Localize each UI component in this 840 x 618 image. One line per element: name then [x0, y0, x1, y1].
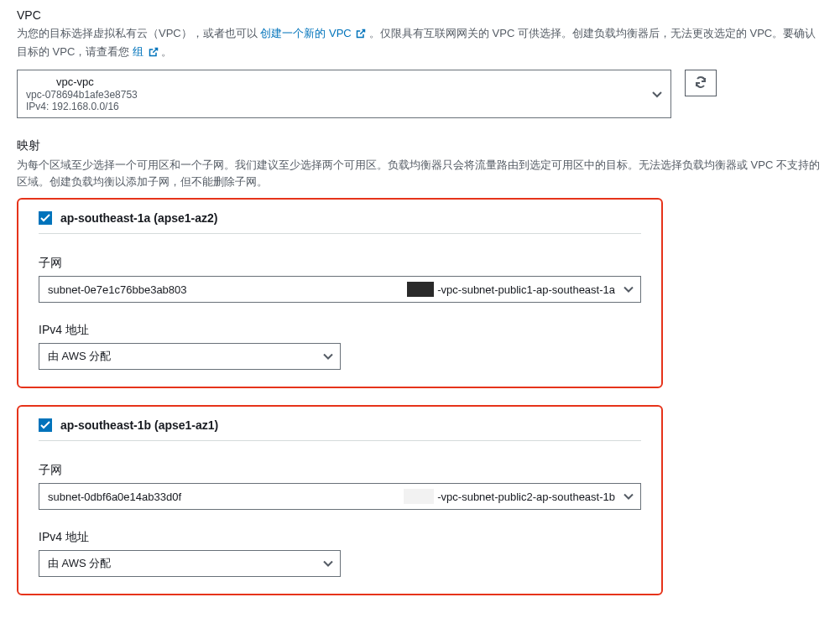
az1-subnet-select[interactable]: subnet-0e7e1c76bbe3ab803 -vpc-subnet-pub…	[39, 276, 641, 303]
az1-subnet-label: 子网	[39, 256, 641, 271]
vpc-description: 为您的目标选择虚拟私有云（VPC），或者也可以 创建一个新的 VPC 。仅限具有…	[17, 25, 823, 61]
az2-subnet-id: subnet-0dbf6a0e14ab33d0f	[48, 491, 181, 503]
redacted-block	[407, 282, 434, 297]
az2-ipv4-value: 由 AWS 分配	[48, 556, 111, 571]
refresh-button[interactable]	[685, 70, 717, 96]
mapping-section-header: 映射	[17, 138, 823, 153]
chevron-down-icon	[323, 351, 333, 363]
create-new-vpc-link[interactable]: 创建一个新的 VPC	[260, 27, 369, 39]
vpc-section-header: VPC	[17, 8, 823, 22]
vpc-selected-name: vpc-vpc	[26, 75, 644, 88]
az2-subnet-name: -vpc-subnet-public2-ap-southeast-1b	[437, 491, 615, 503]
az1-name: ap-southeast-1a (apse1-az2)	[60, 211, 218, 225]
chevron-down-icon	[623, 283, 634, 296]
az-box-2: ap-southeast-1b (apse1-az1) 子网 subnet-0d…	[17, 405, 663, 595]
vpc-selected-cidr: IPv4: 192.168.0.0/16	[26, 101, 644, 112]
az1-ipv4-label: IPv4 地址	[39, 323, 641, 338]
chevron-down-icon	[323, 558, 333, 570]
vpc-desc-text-3: 。	[161, 45, 172, 58]
vpc-desc-text-1: 为您的目标选择虚拟私有云（VPC），或者也可以	[17, 27, 258, 39]
az2-name: ap-southeast-1b (apse1-az1)	[60, 418, 218, 432]
chevron-down-icon	[623, 491, 634, 503]
chevron-down-icon	[652, 87, 662, 101]
mapping-description: 为每个区域至少选择一个可用区和一个子网。我们建议至少选择两个可用区。负载均衡器只…	[17, 157, 823, 190]
az2-subnet-select[interactable]: subnet-0dbf6a0e14ab33d0f -vpc-subnet-pub…	[39, 483, 641, 510]
az2-ipv4-select[interactable]: 由 AWS 分配	[39, 550, 341, 577]
az1-ipv4-select[interactable]: 由 AWS 分配	[39, 343, 341, 370]
az-box-1: ap-southeast-1a (apse1-az2) 子网 subnet-0e…	[17, 198, 663, 388]
vpc-selected-id: vpc-078694b1afe3e8753	[26, 89, 644, 101]
az2-ipv4-label: IPv4 地址	[39, 530, 641, 545]
vpc-select-dropdown[interactable]: vpc-vpc vpc-078694b1afe3e8753 IPv4: 192.…	[17, 70, 671, 118]
redacted-block	[404, 489, 434, 504]
az1-checkbox[interactable]	[39, 211, 52, 225]
az1-ipv4-value: 由 AWS 分配	[48, 349, 111, 364]
az1-subnet-name: -vpc-subnet-public1-ap-southeast-1a	[437, 283, 615, 296]
refresh-icon	[694, 75, 707, 91]
az2-checkbox[interactable]	[39, 418, 52, 432]
az1-subnet-id: subnet-0e7e1c76bbe3ab803	[48, 283, 187, 296]
az2-subnet-label: 子网	[39, 463, 641, 478]
external-link-icon	[356, 27, 366, 44]
external-link-icon	[149, 45, 159, 62]
group-link[interactable]: 组	[133, 45, 161, 58]
